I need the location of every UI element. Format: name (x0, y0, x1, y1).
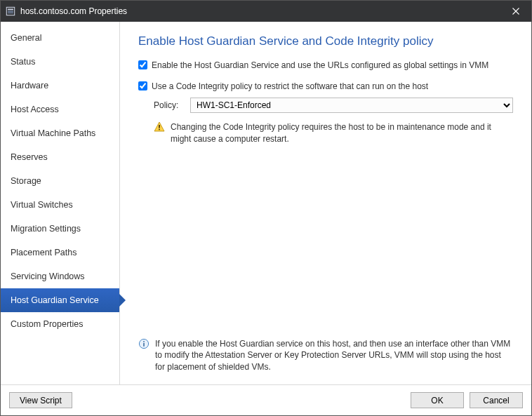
policy-row: Policy: HW1-SC1-Enforced (154, 98, 513, 113)
window-title: host.contoso.com Properties (20, 6, 500, 16)
sidebar-item-host-access[interactable]: Host Access (1, 98, 119, 121)
close-icon (512, 8, 519, 15)
warning-text: Changing the Code Integrity policy requi… (171, 121, 513, 145)
sidebar-item-virtual-switches[interactable]: Virtual Switches (1, 193, 119, 217)
info-text: If you enable the Host Guardian service … (155, 338, 513, 373)
window-icon (5, 6, 16, 17)
sidebar-item-placement-paths[interactable]: Placement Paths (1, 241, 119, 264)
svg-rect-7 (159, 125, 160, 128)
sidebar-item-label: General (11, 33, 41, 43)
sidebar-item-label: Status (11, 57, 35, 67)
sidebar-item-label: Storage (11, 176, 41, 186)
dialog-body: General Status Hardware Host Access Virt… (1, 22, 531, 384)
use-ci-checkbox[interactable] (138, 81, 147, 90)
sidebar-item-label: Host Guardian Service (11, 295, 99, 305)
sidebar-item-label: Placement Paths (11, 248, 77, 257)
sidebar-item-label: Migration Settings (11, 224, 81, 234)
cancel-button[interactable]: Cancel (470, 392, 523, 408)
properties-dialog: host.contoso.com Properties General Stat… (0, 0, 532, 416)
info-row: If you enable the Host Guardian service … (138, 338, 513, 377)
use-ci-label[interactable]: Use a Code Integrity policy to restrict … (152, 81, 428, 92)
svg-rect-1 (8, 9, 13, 11)
dialog-footer: View Script OK Cancel (1, 384, 531, 415)
svg-rect-3 (8, 13, 13, 13)
sidebar-item-virtual-machine-paths[interactable]: Virtual Machine Paths (1, 121, 119, 145)
close-button[interactable] (500, 1, 531, 22)
enable-hgs-label[interactable]: Enable the Host Guardian Service and use… (152, 60, 488, 71)
warning-icon (154, 121, 165, 133)
policy-label: Policy: (154, 100, 185, 110)
policy-select[interactable]: HW1-SC1-Enforced (190, 98, 513, 113)
svg-rect-8 (159, 129, 160, 130)
page-heading: Enable Host Guardian Service and Code In… (138, 34, 513, 48)
warning-row: Changing the Code Integrity policy requi… (154, 121, 513, 145)
sidebar-item-general[interactable]: General (1, 26, 119, 50)
svg-rect-10 (143, 342, 145, 346)
use-ci-row: Use a Code Integrity policy to restrict … (138, 81, 513, 92)
sidebar-item-label: Servicing Windows (11, 271, 85, 281)
sidebar-item-reserves[interactable]: Reserves (1, 145, 119, 169)
enable-hgs-checkbox[interactable] (138, 60, 147, 69)
ok-button[interactable]: OK (411, 392, 464, 408)
sidebar-item-host-guardian-service[interactable]: Host Guardian Service (1, 288, 119, 312)
sidebar-item-label: Host Access (11, 105, 59, 114)
svg-rect-2 (8, 11, 13, 12)
sidebar-item-label: Virtual Switches (11, 200, 73, 210)
titlebar: host.contoso.com Properties (1, 1, 531, 22)
sidebar-item-status[interactable]: Status (1, 50, 119, 74)
sidebar-nav: General Status Hardware Host Access Virt… (1, 22, 120, 384)
view-script-button[interactable]: View Script (9, 392, 72, 408)
sidebar-item-storage[interactable]: Storage (1, 169, 119, 193)
sidebar-item-label: Virtual Machine Paths (11, 128, 95, 138)
sidebar-item-hardware[interactable]: Hardware (1, 74, 119, 98)
enable-hgs-row: Enable the Host Guardian Service and use… (138, 60, 513, 71)
sidebar-item-migration-settings[interactable]: Migration Settings (1, 217, 119, 241)
content-pane: Enable Host Guardian Service and Code In… (120, 22, 531, 384)
sidebar-item-label: Custom Properties (11, 319, 84, 329)
svg-rect-11 (143, 341, 145, 342)
info-icon (138, 338, 149, 349)
sidebar-item-label: Hardware (11, 81, 48, 90)
sidebar-item-custom-properties[interactable]: Custom Properties (1, 312, 119, 336)
sidebar-item-servicing-windows[interactable]: Servicing Windows (1, 264, 119, 288)
sidebar-item-label: Reserves (11, 152, 48, 162)
